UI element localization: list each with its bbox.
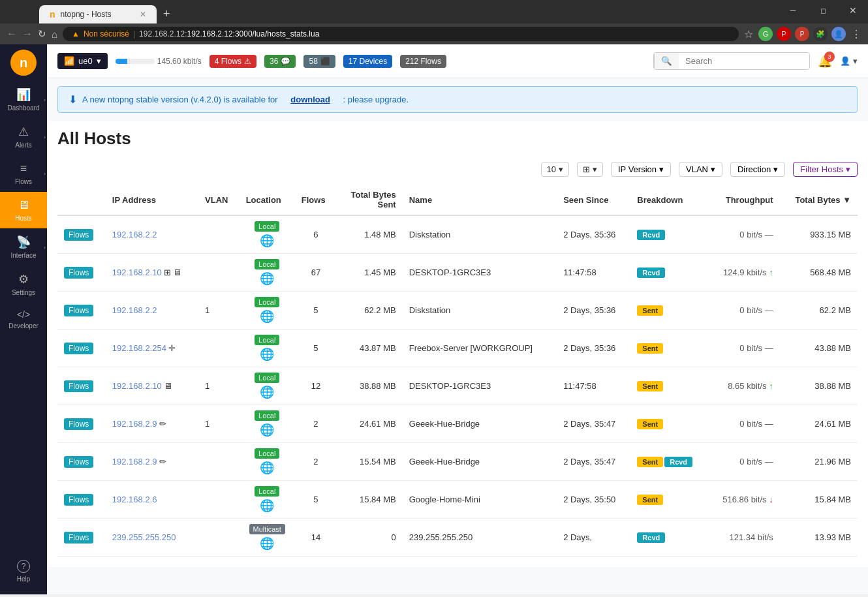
per-page-selector[interactable]: 10 ▾ [541,162,569,177]
interface-selector[interactable]: 📶 ue0 ▾ [57,53,108,69]
ip-link[interactable]: 192.168.2.10 [112,268,162,277]
sidebar-label-developer: Developer [8,322,39,329]
up-arrow-icon: ↑ [769,268,773,277]
seen-since-cell: 11:47:58 [557,254,630,292]
flows-button[interactable]: Flows [64,456,93,468]
ip-link[interactable]: 192.168.2.10 [112,381,162,391]
total-bytes-cell: 21.96 MB [780,443,858,481]
col-total-bytes[interactable]: Total Bytes ▼ [780,185,858,215]
search-input[interactable] [679,53,809,69]
col-actions [57,185,106,215]
chevron-down-icon-view: ▾ [593,164,597,174]
vlan-cell: 1 [198,405,240,443]
sidebar: n 📊 Dashboard › ⚠ Alerts › ≡ Flows › 🖥 H… [0,44,47,594]
devices-badge[interactable]: 17 Devices [343,55,392,68]
chevron-down-icon-perpage: ▾ [559,164,563,174]
bookmark-icon[interactable]: ☆ [744,28,753,40]
flows-button[interactable]: Flows [64,229,93,241]
close-tab-icon[interactable]: ✕ [140,10,146,19]
maximize-button[interactable]: ◻ [808,0,838,21]
sidebar-item-settings[interactable]: ⚙ Settings [0,266,47,303]
menu-icon[interactable]: ⋮ [851,28,861,40]
devices-label: 17 Devices [349,57,387,66]
address-bar[interactable]: ▲ Non sécurisé | 192.168.2.12:192.168.2.… [63,27,739,41]
direction-filter[interactable]: Direction ▾ [730,162,785,177]
sidebar-item-hosts[interactable]: 🖥 Hosts › [0,192,47,228]
location-cell: Local 🌐 [240,405,295,443]
chevron-down-icon-vlan: ▾ [711,164,715,174]
sidebar-label-help: Help [17,575,31,583]
browser-tab[interactable]: n ntopng - Hosts ✕ [39,5,157,23]
flows-action-cell: Flows [57,254,106,292]
pen-icon: ✏ [159,457,166,467]
flows-count-cell: 5 [295,292,337,329]
ip-cell: 239.255.255.250 [106,519,198,557]
profile-icon[interactable]: 👤 [831,27,846,41]
total-bytes-cell: 15.84 MB [780,481,858,519]
bytes-sent-cell: 43.87 MB [337,329,403,367]
flows-total-badge[interactable]: 212 Flows [400,55,446,68]
ext-icon-3[interactable]: P [795,27,809,41]
bytes-sent-cell: 15.84 MB [337,481,403,519]
search-button[interactable]: 🔍 [654,53,679,69]
vlan-filter[interactable]: VLAN ▾ [679,162,722,177]
flows-alert-badge[interactable]: 4 Flows ⚠ [209,55,256,68]
location-cell: Local 🌐 [240,292,295,329]
sidebar-item-alerts[interactable]: ⚠ Alerts › [0,118,47,155]
flows-button[interactable]: Flows [64,267,93,279]
name-cell: 239.255.255.250 [403,519,557,557]
location-network-icon: 🌐 [260,234,274,248]
orange-bar [44,192,47,228]
badge-58[interactable]: 58 ⬛ [303,55,335,68]
ip-link[interactable]: 192.168.2.6 [112,495,157,504]
ip-version-filter[interactable]: IP Version ▾ [611,162,671,177]
seen-since-cell: 2 Days, 35:47 [557,405,630,443]
vlan-label: VLAN [686,164,708,174]
ext-icon-4[interactable]: 🧩 [813,27,828,41]
back-button[interactable]: ← [7,28,17,40]
sidebar-item-flows[interactable]: ≡ Flows › [0,155,47,192]
home-button[interactable]: ⌂ [52,29,57,40]
flows-count-cell: 2 [295,405,337,443]
new-tab-button[interactable]: + [157,7,177,21]
sidebar-item-developer[interactable]: </> Developer [0,303,47,336]
forward-button[interactable]: → [22,28,33,40]
ip-link[interactable]: 192.168.2.2 [112,305,157,315]
seen-since-cell: 2 Days, 35:47 [557,443,630,481]
close-button[interactable]: ✕ [838,0,868,21]
ip-link[interactable]: 192.168.2.2 [112,230,157,239]
notifications-button[interactable]: 🔔 3 [818,54,832,69]
minimize-button[interactable]: ─ [778,0,808,21]
user-menu-button[interactable]: 👤 ▾ [840,56,858,66]
ip-version-label: IP Version [618,164,657,174]
view-toggle[interactable]: ⊞ ▾ [577,162,603,177]
flows-button[interactable]: Flows [64,418,93,430]
reload-button[interactable]: ↻ [38,28,46,40]
flows-button[interactable]: Flows [64,343,93,354]
name-cell: Diskstation [403,215,557,254]
flows-button[interactable]: Flows [64,380,93,392]
table-row: Flows 192.168.2.6 Local 🌐 5 15.84 MB Goo… [57,481,858,519]
flows-button[interactable]: Flows [64,305,93,316]
sidebar-item-interface[interactable]: 📡 Interface › [0,228,47,266]
ip-link[interactable]: 192.168.2.9 [112,419,157,429]
ext-icon-1[interactable]: G [758,27,773,41]
badge-36[interactable]: 36 💬 [264,55,296,68]
location-network-icon: 🌐 [260,309,274,324]
ip-link[interactable]: 192.168.2.9 [112,457,157,467]
filter-hosts-button[interactable]: Filter Hosts ▾ [793,162,858,177]
ip-link[interactable]: 239.255.255.250 [112,532,176,542]
download-link[interactable]: download [290,95,330,104]
location-cell: Local 🌐 [240,443,295,481]
sidebar-item-dashboard[interactable]: 📊 Dashboard › [0,81,47,118]
ip-cell: 192.168.2.6 [106,481,198,519]
location-cell: Local 🌐 [240,329,295,367]
ext-icon-2[interactable]: P [777,27,791,41]
vlan-cell [198,443,240,481]
ip-link[interactable]: 192.168.2.254 [112,343,166,353]
ip-cell: 192.168.2.9✏ [106,443,198,481]
search-box[interactable]: 🔍 [653,52,810,70]
flows-button[interactable]: Flows [64,494,93,506]
flows-button[interactable]: Flows [64,532,93,543]
sidebar-item-help[interactable]: ? Help [0,553,47,589]
